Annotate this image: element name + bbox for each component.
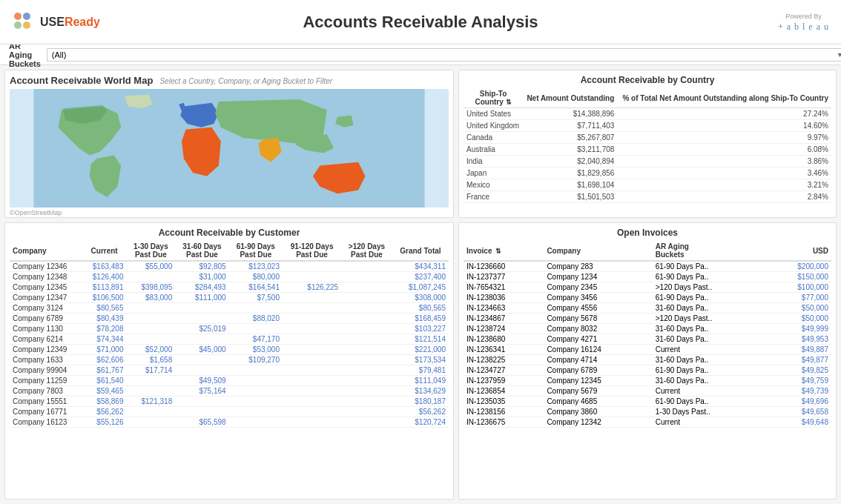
- svg-point-1: [23, 13, 30, 20]
- customer-cell-6: [341, 397, 392, 407]
- world-map-title: Account Receivable World Map: [10, 75, 153, 86]
- ar-aging-bucket-select[interactable]: (All): [47, 48, 841, 62]
- customer-cell-0: Company 12348: [10, 272, 82, 282]
- filter-wrapper: (All): [47, 48, 841, 62]
- customer-cell-6: [341, 334, 392, 345]
- customer-cell-2: [127, 272, 176, 282]
- customer-cell-2: $17,714: [127, 365, 176, 376]
- customer-cell-5: [283, 272, 341, 282]
- invoice-cell-0: IN-1237959: [464, 376, 544, 386]
- customer-cell-5: [283, 376, 341, 386]
- invoice-cell-1: Company 4556: [544, 303, 652, 314]
- customer-table: Company Current 1-30 DaysPast Due 31-60 …: [10, 241, 449, 428]
- customer-cell-5: [283, 324, 341, 334]
- customer-table-row: Company 12348$126,400$31,000$80,000$237,…: [10, 272, 449, 282]
- invoice-cell-1: Company 5679: [544, 386, 652, 397]
- country-table-row: France$1,501,5032.84%: [464, 191, 831, 203]
- invoice-cell-1: Company 12345: [544, 376, 652, 386]
- sort-icon[interactable]: ⇅: [506, 99, 512, 106]
- customer-cell-4: [229, 407, 283, 417]
- col-91-120: 91-120 DaysPast Due: [283, 241, 341, 261]
- invoice-cell-3: $100,000: [765, 282, 831, 293]
- customer-cell-2: $83,000: [127, 293, 176, 303]
- logo: USEReady: [12, 10, 100, 34]
- invoice-cell-3: $49,825: [765, 365, 831, 376]
- customer-cell-2: [127, 407, 176, 417]
- invoice-cell-0: IN-1236854: [464, 386, 544, 397]
- invoice-table-row: IN-1236341Company 16124Current$49,887: [464, 345, 831, 355]
- invoice-cell-0: IN-1234867: [464, 314, 544, 324]
- customer-cell-6: [341, 261, 392, 272]
- invoice-cell-1: Company 4714: [544, 355, 652, 365]
- invoice-cell-1: Company 1234: [544, 272, 652, 282]
- customer-cell-4: $53,000: [229, 345, 283, 355]
- customer-table-row: Company 3124$80,565$80,565: [10, 303, 449, 314]
- invoice-cell-1: Company 3860: [544, 407, 652, 417]
- invoice-cell-3: $77,000: [765, 293, 831, 303]
- customer-cell-4: $164,541: [229, 282, 283, 293]
- invoice-table: Invoice ⇅ Company AR AgingBuckets USD IN…: [464, 241, 831, 428]
- invoice-table-row: IN-1236675Company 12342Current$49,648: [464, 417, 831, 428]
- invoice-cell-0: IN-1236660: [464, 261, 544, 272]
- invoice-cell-2: 31-60 Days Pa..: [653, 355, 765, 365]
- customer-cell-4: [229, 417, 283, 428]
- customer-cell-2: $55,000: [127, 261, 176, 272]
- customer-cell-7: $168,459: [392, 314, 449, 324]
- invoice-cell-2: 31-60 Days Pa..: [653, 303, 765, 314]
- customer-table-title: Account Receivable by Customer: [10, 228, 449, 238]
- customer-cell-1: $113,891: [82, 282, 127, 293]
- country-cell-1: $14,388,896: [523, 108, 617, 120]
- customer-cell-3: $92,805: [175, 261, 228, 272]
- customer-cell-4: [229, 386, 283, 397]
- invoice-table-row: IN-1238225Company 471431-60 Days Pa..$49…: [464, 355, 831, 365]
- invoice-header-row: Invoice ⇅ Company AR AgingBuckets USD: [464, 241, 831, 261]
- country-cell-2: 2.84%: [617, 191, 831, 203]
- customer-cell-5: [283, 293, 341, 303]
- customer-table-row: Company 11259$61,540$49,509$111,049: [10, 376, 449, 386]
- country-cell-0: Canada: [464, 132, 523, 144]
- country-table-row: Mexico$1,698,1043.21%: [464, 179, 831, 191]
- svg-point-0: [14, 13, 22, 20]
- customer-cell-7: $308,000: [392, 293, 449, 303]
- col-invoice: Invoice ⇅: [464, 241, 544, 261]
- customer-cell-7: $103,227: [392, 324, 449, 334]
- customer-cell-5: [283, 355, 341, 365]
- customer-cell-7: $237,400: [392, 272, 449, 282]
- customer-cell-4: $109,270: [229, 355, 283, 365]
- customer-cell-7: $80,565: [392, 303, 449, 314]
- customer-cell-3: $45,000: [175, 345, 228, 355]
- country-table: Ship-ToCountry ⇅ Net Amount Outstanding …: [464, 88, 831, 203]
- customer-cell-6: [341, 407, 392, 417]
- invoice-cell-0: IN-1234663: [464, 303, 544, 314]
- col-ship-to-country: Ship-ToCountry ⇅: [464, 88, 523, 108]
- country-table-row: Canada$5,267,8079.97%: [464, 132, 831, 144]
- customer-cell-5: [283, 397, 341, 407]
- customer-cell-0: Company 15551: [10, 397, 82, 407]
- invoice-table-card: Open Invoices Invoice ⇅ Company AR Aging…: [458, 222, 837, 500]
- invoice-sort-icon[interactable]: ⇅: [495, 248, 501, 255]
- customer-cell-7: $120,724: [392, 417, 449, 428]
- invoice-cell-3: $49,999: [765, 324, 831, 334]
- map-container[interactable]: [10, 89, 449, 208]
- customer-table-scroll[interactable]: Company Current 1-30 DaysPast Due 31-60 …: [10, 241, 449, 428]
- country-cell-0: India: [464, 156, 523, 168]
- invoice-table-row: IN-7654321Company 2345>120 Days Past..$1…: [464, 282, 831, 293]
- col-company: Company: [10, 241, 82, 261]
- invoice-cell-1: Company 6789: [544, 365, 652, 376]
- customer-cell-1: $74,344: [82, 334, 127, 345]
- invoice-table-scroll[interactable]: Invoice ⇅ Company AR AgingBuckets USD IN…: [464, 241, 831, 428]
- world-map-svg: [10, 89, 449, 208]
- customer-cell-4: $88,020: [229, 314, 283, 324]
- customer-cell-1: $62,606: [82, 355, 127, 365]
- invoice-cell-2: 1-30 Days Past..: [653, 407, 765, 417]
- customer-cell-7: $434,311: [392, 261, 449, 272]
- invoice-table-row: IN-1234663Company 455631-60 Days Pa..$50…: [464, 303, 831, 314]
- customer-cell-0: Company 16123: [10, 417, 82, 428]
- invoice-cell-0: IN-1234727: [464, 365, 544, 376]
- invoice-cell-0: IN-1238036: [464, 293, 544, 303]
- invoice-cell-3: $49,658: [765, 407, 831, 417]
- customer-table-row: Company 16123$55,126$65,598$120,724: [10, 417, 449, 428]
- customer-cell-1: $61,540: [82, 376, 127, 386]
- country-table-row: United States$14,388,89627.24%: [464, 108, 831, 120]
- customer-cell-2: $52,000: [127, 345, 176, 355]
